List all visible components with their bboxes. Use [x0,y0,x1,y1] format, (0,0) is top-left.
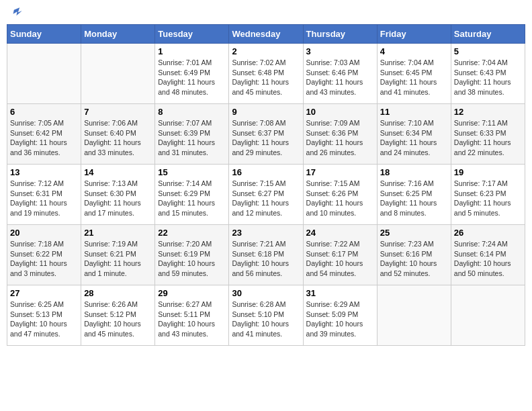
day-info: Sunrise: 7:07 AMSunset: 6:39 PMDaylight:… [158,118,226,158]
day-number: 5 [454,46,522,56]
calendar-week-row: 6Sunrise: 7:05 AMSunset: 6:42 PMDaylight… [7,104,525,165]
day-info: Sunrise: 7:17 AMSunset: 6:23 PMDaylight:… [454,179,522,218]
day-info: Sunrise: 7:14 AMSunset: 6:29 PMDaylight:… [158,179,226,218]
calendar-cell: 23Sunrise: 7:21 AMSunset: 6:18 PMDayligh… [229,225,303,285]
day-info: Sunrise: 7:12 AMSunset: 6:31 PMDaylight:… [10,179,78,218]
day-info: Sunrise: 7:24 AMSunset: 6:14 PMDaylight:… [454,239,522,279]
calendar-cell: 15Sunrise: 7:14 AMSunset: 6:29 PMDayligh… [155,165,229,225]
column-header-sunday: Sunday [7,25,81,44]
day-info: Sunrise: 7:04 AMSunset: 6:43 PMDaylight:… [454,58,522,97]
page-header [7,7,525,19]
day-number: 3 [306,46,374,56]
calendar-cell: 20Sunrise: 7:18 AMSunset: 6:22 PMDayligh… [7,225,81,285]
calendar-cell: 28Sunrise: 6:26 AMSunset: 5:12 PMDayligh… [81,285,155,346]
day-info: Sunrise: 7:19 AMSunset: 6:21 PMDaylight:… [84,239,152,279]
day-number: 13 [10,167,78,177]
calendar-cell: 14Sunrise: 7:13 AMSunset: 6:30 PMDayligh… [81,165,155,225]
day-info: Sunrise: 6:25 AMSunset: 5:13 PMDaylight:… [10,300,78,339]
day-number: 18 [380,167,448,177]
column-header-monday: Monday [81,25,155,44]
day-number: 28 [84,288,152,298]
day-number: 8 [158,107,226,117]
calendar-cell: 26Sunrise: 7:24 AMSunset: 6:14 PMDayligh… [451,225,525,285]
day-number: 9 [232,107,300,117]
calendar-cell: 25Sunrise: 7:23 AMSunset: 6:16 PMDayligh… [377,225,451,285]
day-info: Sunrise: 7:01 AMSunset: 6:49 PMDaylight:… [158,58,226,97]
calendar-cell: 6Sunrise: 7:05 AMSunset: 6:42 PMDaylight… [7,104,81,165]
day-info: Sunrise: 7:23 AMSunset: 6:16 PMDaylight:… [380,239,448,279]
calendar-cell: 13Sunrise: 7:12 AMSunset: 6:31 PMDayligh… [7,165,81,225]
calendar-cell: 24Sunrise: 7:22 AMSunset: 6:17 PMDayligh… [303,225,377,285]
calendar-cell [7,44,81,104]
day-number: 12 [454,107,522,117]
calendar-cell: 7Sunrise: 7:06 AMSunset: 6:40 PMDaylight… [81,104,155,165]
calendar-cell [451,285,525,346]
calendar-cell: 1Sunrise: 7:01 AMSunset: 6:49 PMDaylight… [155,44,229,104]
day-info: Sunrise: 6:27 AMSunset: 5:11 PMDaylight:… [158,300,226,339]
day-info: Sunrise: 7:02 AMSunset: 6:48 PMDaylight:… [232,58,300,97]
calendar-cell: 10Sunrise: 7:09 AMSunset: 6:36 PMDayligh… [303,104,377,165]
calendar-cell: 5Sunrise: 7:04 AMSunset: 6:43 PMDaylight… [451,44,525,104]
calendar-cell: 30Sunrise: 6:28 AMSunset: 5:10 PMDayligh… [229,285,303,346]
calendar-header-row: SundayMondayTuesdayWednesdayThursdayFrid… [7,25,525,44]
day-number: 16 [232,167,300,177]
day-info: Sunrise: 7:04 AMSunset: 6:45 PMDaylight:… [380,58,448,97]
day-info: Sunrise: 7:15 AMSunset: 6:27 PMDaylight:… [232,179,300,218]
calendar-week-row: 20Sunrise: 7:18 AMSunset: 6:22 PMDayligh… [7,225,525,285]
calendar-cell: 19Sunrise: 7:17 AMSunset: 6:23 PMDayligh… [451,165,525,225]
day-number: 22 [158,228,226,238]
calendar-table: SundayMondayTuesdayWednesdayThursdayFrid… [7,24,525,346]
day-number: 6 [10,107,78,117]
day-number: 27 [10,288,78,298]
day-number: 17 [306,167,374,177]
day-info: Sunrise: 7:11 AMSunset: 6:33 PMDaylight:… [454,118,522,158]
calendar-cell: 17Sunrise: 7:15 AMSunset: 6:26 PMDayligh… [303,165,377,225]
calendar-cell: 9Sunrise: 7:08 AMSunset: 6:37 PMDaylight… [229,104,303,165]
day-info: Sunrise: 7:15 AMSunset: 6:26 PMDaylight:… [306,179,374,218]
calendar-cell: 12Sunrise: 7:11 AMSunset: 6:33 PMDayligh… [451,104,525,165]
calendar-cell: 11Sunrise: 7:10 AMSunset: 6:34 PMDayligh… [377,104,451,165]
calendar-week-row: 1Sunrise: 7:01 AMSunset: 6:49 PMDaylight… [7,44,525,104]
calendar-cell: 4Sunrise: 7:04 AMSunset: 6:45 PMDaylight… [377,44,451,104]
day-number: 1 [158,46,226,56]
day-number: 21 [84,228,152,238]
day-number: 14 [84,167,152,177]
calendar-week-row: 13Sunrise: 7:12 AMSunset: 6:31 PMDayligh… [7,165,525,225]
column-header-thursday: Thursday [303,25,377,44]
logo [9,7,23,19]
day-number: 2 [232,46,300,56]
day-number: 10 [306,107,374,117]
day-number: 20 [10,228,78,238]
day-info: Sunrise: 7:16 AMSunset: 6:25 PMDaylight:… [380,179,448,218]
day-number: 15 [158,167,226,177]
day-number: 23 [232,228,300,238]
logo-bird-icon [11,7,23,19]
day-info: Sunrise: 7:20 AMSunset: 6:19 PMDaylight:… [158,239,226,279]
calendar-cell: 22Sunrise: 7:20 AMSunset: 6:19 PMDayligh… [155,225,229,285]
day-number: 24 [306,228,374,238]
day-info: Sunrise: 7:13 AMSunset: 6:30 PMDaylight:… [84,179,152,218]
column-header-friday: Friday [377,25,451,44]
svg-marker-0 [13,7,22,15]
day-info: Sunrise: 7:06 AMSunset: 6:40 PMDaylight:… [84,118,152,158]
day-info: Sunrise: 7:05 AMSunset: 6:42 PMDaylight:… [10,118,78,158]
calendar-cell: 2Sunrise: 7:02 AMSunset: 6:48 PMDaylight… [229,44,303,104]
day-number: 4 [380,46,448,56]
calendar-cell: 16Sunrise: 7:15 AMSunset: 6:27 PMDayligh… [229,165,303,225]
calendar-cell: 29Sunrise: 6:27 AMSunset: 5:11 PMDayligh… [155,285,229,346]
day-info: Sunrise: 6:29 AMSunset: 5:09 PMDaylight:… [306,300,374,339]
day-number: 11 [380,107,448,117]
day-info: Sunrise: 7:18 AMSunset: 6:22 PMDaylight:… [10,239,78,279]
column-header-tuesday: Tuesday [155,25,229,44]
calendar-cell: 31Sunrise: 6:29 AMSunset: 5:09 PMDayligh… [303,285,377,346]
day-number: 30 [232,288,300,298]
day-number: 19 [454,167,522,177]
day-number: 25 [380,228,448,238]
column-header-wednesday: Wednesday [229,25,303,44]
calendar-cell [81,44,155,104]
day-info: Sunrise: 7:10 AMSunset: 6:34 PMDaylight:… [380,118,448,158]
day-number: 7 [84,107,152,117]
day-info: Sunrise: 7:21 AMSunset: 6:18 PMDaylight:… [232,239,300,279]
calendar-cell: 8Sunrise: 7:07 AMSunset: 6:39 PMDaylight… [155,104,229,165]
day-number: 31 [306,288,374,298]
